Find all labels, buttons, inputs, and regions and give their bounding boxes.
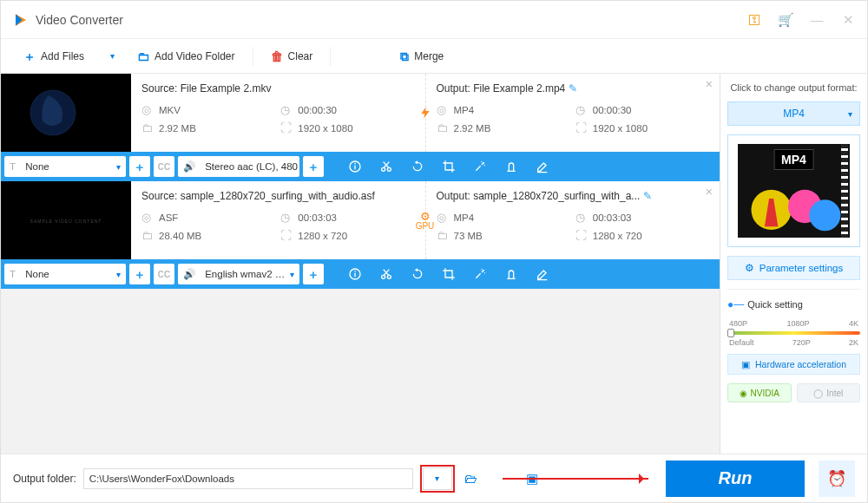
key-icon[interactable]: ⚿ bbox=[747, 13, 761, 27]
src-duration: 00:00:30 bbox=[298, 105, 337, 115]
output-format-selector[interactable]: MP4 ▾ bbox=[727, 101, 860, 126]
remove-item-button[interactable]: × bbox=[706, 77, 713, 91]
add-audio-button[interactable]: + bbox=[303, 156, 324, 177]
intel-chip[interactable]: ◯Intel bbox=[797, 383, 861, 402]
add-video-folder-button[interactable]: 🗀 Add Video Folder bbox=[127, 44, 246, 69]
cc-button[interactable]: CC bbox=[154, 156, 174, 177]
add-subtitle-button[interactable]: + bbox=[129, 156, 150, 177]
format-icon: ◎ bbox=[437, 211, 449, 224]
edit-name-icon[interactable]: ✎ bbox=[643, 190, 652, 202]
svg-rect-15 bbox=[354, 271, 355, 271]
rotate-button[interactable] bbox=[402, 152, 433, 181]
add-audio-button[interactable]: + bbox=[303, 264, 324, 284]
output-info-block: × Output: File Example 2.mp4✎ ◎MP4 ◷00:0… bbox=[425, 74, 720, 152]
slider-handle[interactable] bbox=[727, 329, 734, 337]
alarm-clock-icon: ⏰ bbox=[827, 469, 846, 488]
edit-all-button[interactable] bbox=[527, 259, 558, 289]
edit-name-icon[interactable]: ✎ bbox=[569, 82, 577, 95]
format-icon: ◎ bbox=[141, 211, 154, 224]
run-button[interactable]: Run bbox=[666, 461, 805, 497]
source-title: Source: sample_1280x720_surfing_with_aud… bbox=[141, 190, 415, 202]
hardware-acceleration-button[interactable]: ▣ Hardware acceleration bbox=[727, 354, 860, 375]
audio-select[interactable]: 🔊 Stereo aac (LC), 480▾ bbox=[178, 156, 299, 177]
clear-label: Clear bbox=[288, 50, 313, 62]
minimize-button[interactable]: — bbox=[810, 13, 824, 27]
file-toolbar: T None▾ + CC 🔊 Stereo aac (LC), 480▾ + bbox=[1, 152, 720, 181]
svg-rect-5 bbox=[354, 163, 355, 164]
annotation-arrow bbox=[503, 478, 648, 480]
chevron-down-icon: ▾ bbox=[116, 162, 121, 172]
subtitle-value: None bbox=[25, 269, 49, 279]
file-item: SAMPLE VIDEO CONTENT Source: sample_1280… bbox=[1, 181, 720, 289]
add-subtitle-button[interactable]: + bbox=[129, 264, 150, 284]
close-window-button[interactable]: ✕ bbox=[841, 13, 855, 27]
effects-button[interactable] bbox=[464, 259, 496, 289]
app-title: Video Converter bbox=[36, 13, 123, 27]
subtitle-select[interactable]: T None▾ bbox=[4, 264, 126, 284]
audio-value: English wmav2 (a[1]) bbox=[205, 269, 286, 279]
quality-slider[interactable]: 480P1080P4K Default720P2K bbox=[727, 319, 860, 345]
info-button[interactable] bbox=[339, 152, 371, 181]
nvidia-chip[interactable]: ◉NVIDIA bbox=[727, 383, 792, 402]
trash-icon: 🗑 bbox=[271, 50, 283, 62]
chevron-down-icon: ▾ bbox=[116, 270, 121, 279]
hw-label: Hardware acceleration bbox=[755, 359, 846, 369]
nvidia-icon: ◉ bbox=[740, 389, 747, 398]
format-preview[interactable]: MP4 bbox=[727, 134, 860, 247]
chevron-down-icon: ▾ bbox=[290, 270, 294, 279]
lightning-icon bbox=[417, 104, 434, 121]
clear-button[interactable]: 🗑 Clear bbox=[260, 44, 324, 69]
title-bar: Video Converter ⚿ 🛒 — ✕ bbox=[1, 1, 867, 39]
film-strip-icon bbox=[841, 144, 848, 238]
main-toolbar: ＋ Add Files ▾ 🗀 Add Video Folder 🗑 Clear… bbox=[1, 39, 867, 74]
src-resolution: 1280 x 720 bbox=[298, 231, 347, 241]
crop-button[interactable] bbox=[433, 152, 464, 181]
svg-point-20 bbox=[481, 269, 482, 270]
remove-item-button[interactable]: × bbox=[706, 185, 713, 199]
clock-icon: ◷ bbox=[280, 103, 293, 116]
video-thumbnail[interactable] bbox=[1, 74, 131, 152]
crop-button[interactable] bbox=[433, 259, 464, 289]
output-folder-field[interactable]: C:\Users\WonderFox\Downloads bbox=[83, 468, 413, 489]
watermark-button[interactable] bbox=[496, 152, 527, 181]
open-folder-button[interactable]: 🗁 bbox=[462, 469, 481, 488]
format-badge: MP4 bbox=[773, 149, 814, 170]
svg-point-24 bbox=[810, 199, 841, 231]
svg-point-10 bbox=[481, 161, 482, 162]
audio-select[interactable]: 🔊 English wmav2 (a[1])▾ bbox=[178, 264, 299, 284]
rotate-button[interactable] bbox=[402, 259, 433, 289]
cut-button[interactable] bbox=[371, 259, 402, 289]
watermark-button[interactable] bbox=[496, 259, 527, 289]
clock-icon: ◷ bbox=[280, 211, 293, 224]
sliders-icon: ⚙ bbox=[745, 262, 754, 274]
subtitle-value: None bbox=[25, 161, 49, 172]
file-item: Source: File Example 2.mkv ◎MKV ◷00:00:3… bbox=[1, 74, 720, 181]
audio-value: Stereo aac (LC), 480 bbox=[205, 161, 298, 172]
out-format: MP4 bbox=[454, 212, 475, 223]
output-folder-dropdown[interactable]: ▾ bbox=[423, 467, 452, 490]
cut-button[interactable] bbox=[371, 152, 402, 181]
merge-button[interactable]: ⧉ Merge bbox=[390, 44, 454, 69]
edit-all-button[interactable] bbox=[527, 152, 558, 181]
quick-setting-label: ●—Quick setting bbox=[727, 298, 860, 310]
out-duration: 00:03:03 bbox=[593, 212, 632, 223]
out-resolution: 1920 x 1080 bbox=[593, 123, 648, 134]
parameter-settings-button[interactable]: ⚙ Parameter settings bbox=[727, 256, 860, 280]
add-folder-label: Add Video Folder bbox=[155, 50, 235, 62]
schedule-button[interactable]: ⏰ bbox=[819, 461, 855, 497]
svg-point-18 bbox=[483, 270, 483, 271]
src-format: MKV bbox=[159, 105, 181, 115]
gpu-icon: ⚙GPU bbox=[417, 212, 434, 229]
file-list: Source: File Example 2.mkv ◎MKV ◷00:00:3… bbox=[1, 74, 720, 454]
separator bbox=[330, 47, 331, 66]
cart-icon[interactable]: 🛒 bbox=[779, 13, 792, 27]
effects-button[interactable] bbox=[464, 152, 496, 181]
output-panel: Click to change output format: MP4 ▾ MP4… bbox=[720, 74, 867, 454]
out-size: 2.92 MB bbox=[454, 123, 491, 134]
add-files-button[interactable]: ＋ Add Files ▾ bbox=[13, 44, 125, 69]
subtitle-select[interactable]: T None▾ bbox=[4, 156, 126, 177]
video-thumbnail[interactable]: SAMPLE VIDEO CONTENT bbox=[1, 181, 131, 259]
info-button[interactable] bbox=[339, 259, 371, 289]
folder-icon: 🗀 bbox=[141, 229, 154, 242]
cc-button[interactable]: CC bbox=[154, 264, 174, 284]
